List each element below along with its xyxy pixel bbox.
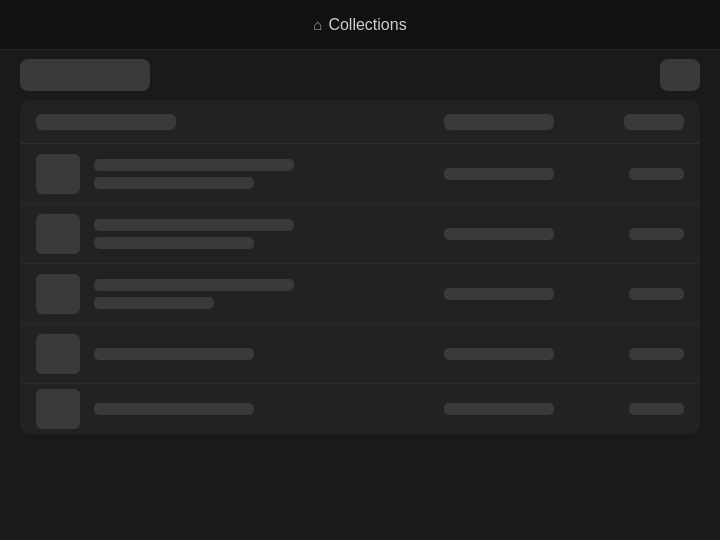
row-right-value: [604, 403, 684, 415]
skeleton-header-mid: [444, 114, 554, 130]
table-row[interactable]: [20, 144, 700, 204]
row-mid-value: [444, 403, 604, 415]
row-text-group: [94, 403, 444, 415]
row-text-group: [94, 159, 444, 189]
col-header-status: [444, 114, 604, 130]
row-thumbnail: [36, 389, 80, 429]
table-row[interactable]: [20, 324, 700, 384]
toolbar-left-button[interactable]: [20, 59, 150, 91]
row-thumbnail: [36, 334, 80, 374]
skeleton-title: [94, 159, 294, 171]
skeleton-title: [94, 348, 254, 360]
row-right-value: [604, 228, 684, 240]
skeleton-header-main: [36, 114, 176, 130]
skeleton-title: [94, 403, 254, 415]
toolbar-right-button[interactable]: [660, 59, 700, 91]
row-right-value: [604, 348, 684, 360]
table-row[interactable]: [20, 264, 700, 324]
table-header: [20, 100, 700, 144]
toolbar-left: [20, 59, 150, 91]
skeleton-subtitle: [94, 237, 254, 249]
row-right-value: [604, 288, 684, 300]
header-title-group: ⌂ Collections: [313, 16, 406, 34]
row-mid-value: [444, 228, 604, 240]
skeleton-right: [629, 228, 684, 240]
app-header: ⌂ Collections: [0, 0, 720, 50]
skeleton-title: [94, 219, 294, 231]
toolbar: [0, 50, 720, 100]
table-row-partial[interactable]: [20, 384, 700, 434]
row-mid-value: [444, 288, 604, 300]
row-right-value: [604, 168, 684, 180]
skeleton-title: [94, 279, 294, 291]
skeleton-right: [629, 288, 684, 300]
skeleton-right: [629, 348, 684, 360]
home-icon: ⌂: [313, 16, 322, 33]
skeleton-mid: [444, 403, 554, 415]
skeleton-subtitle: [94, 177, 254, 189]
row-thumbnail: [36, 274, 80, 314]
skeleton-mid: [444, 288, 554, 300]
skeleton-mid: [444, 228, 554, 240]
collections-table: [20, 100, 700, 434]
skeleton-header-right: [624, 114, 684, 130]
col-header-count: [604, 114, 684, 130]
col-header-name: [36, 114, 444, 130]
row-text-group: [94, 219, 444, 249]
row-text-group: [94, 279, 444, 309]
row-mid-value: [444, 168, 604, 180]
row-text-group: [94, 348, 444, 360]
skeleton-mid: [444, 168, 554, 180]
row-thumbnail: [36, 214, 80, 254]
row-thumbnail: [36, 154, 80, 194]
skeleton-right: [629, 403, 684, 415]
page-title: Collections: [328, 16, 406, 34]
toolbar-right: [660, 59, 700, 91]
skeleton-mid: [444, 348, 554, 360]
row-mid-value: [444, 348, 604, 360]
table-row[interactable]: [20, 204, 700, 264]
skeleton-subtitle: [94, 297, 214, 309]
skeleton-right: [629, 168, 684, 180]
